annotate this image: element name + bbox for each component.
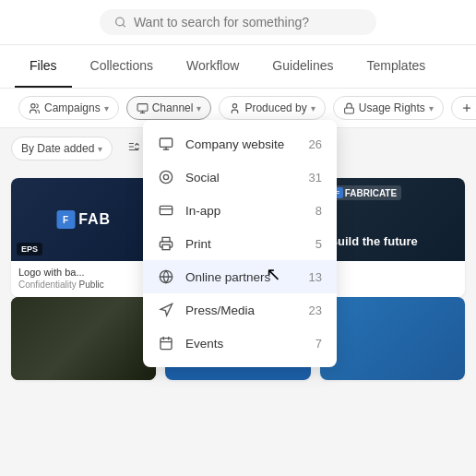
channel-label: Channel xyxy=(152,101,194,114)
svg-rect-23 xyxy=(161,339,172,350)
channel-chevron: ▾ xyxy=(196,103,201,113)
lock-icon xyxy=(343,102,355,114)
produced-by-filter[interactable]: Produced by ▾ xyxy=(219,96,325,120)
in-app-label: In-app xyxy=(185,204,304,218)
press-media-label: Press/Media xyxy=(185,303,298,317)
tab-guidelines[interactable]: Guidelines xyxy=(257,45,348,88)
campaigns-label: Campaigns xyxy=(44,101,101,114)
card-1-badge: EPS xyxy=(17,243,42,256)
tab-workflow[interactable]: Workflow xyxy=(172,45,254,88)
dropdown-item-social[interactable]: Social 31 xyxy=(143,161,337,194)
search-input[interactable] xyxy=(134,15,362,30)
tab-templates[interactable]: Templates xyxy=(352,45,441,88)
nav-tabs: Files Collections Workflow Guidelines Te… xyxy=(0,45,476,89)
social-label: Social xyxy=(185,171,298,184)
events-count: 7 xyxy=(315,337,322,351)
svg-rect-13 xyxy=(160,138,172,147)
tab-collections[interactable]: Collections xyxy=(76,45,168,88)
card-6[interactable] xyxy=(320,297,465,380)
press-media-count: 23 xyxy=(309,303,322,317)
card-1-logo: F FAB xyxy=(56,210,111,229)
company-website-count: 26 xyxy=(309,137,322,151)
social-icon xyxy=(158,169,174,185)
company-website-label: Company website xyxy=(185,137,298,151)
social-count: 31 xyxy=(309,171,322,184)
svg-point-17 xyxy=(163,174,168,179)
card-4[interactable] xyxy=(11,297,156,380)
globe-icon xyxy=(158,268,174,285)
add-filter[interactable]: Ad xyxy=(451,96,476,120)
svg-rect-20 xyxy=(162,244,170,249)
dropdown-item-in-app[interactable]: In-app 8 xyxy=(143,194,337,227)
sort-order-icon xyxy=(127,140,140,153)
svg-rect-18 xyxy=(160,206,172,214)
card-3-fab: F FABRICATE xyxy=(327,185,401,200)
plus-icon xyxy=(461,102,472,113)
print-count: 5 xyxy=(315,237,322,251)
svg-rect-3 xyxy=(137,103,148,111)
card-3[interactable]: F FABRICATE Build the future xyxy=(320,178,465,297)
search-bar xyxy=(0,0,476,45)
dropdown-item-print[interactable]: Print 5 xyxy=(143,227,337,260)
search-icon xyxy=(114,16,126,29)
card-1-thumb: F FAB EPS xyxy=(11,178,156,261)
svg-point-6 xyxy=(233,103,237,107)
monitor-icon xyxy=(137,102,149,114)
online-partners-count: 13 xyxy=(309,270,322,284)
usage-rights-label: Usage Rights xyxy=(359,101,425,114)
svg-point-2 xyxy=(31,103,35,107)
produced-by-label: Produced by xyxy=(244,101,306,114)
dropdown-item-events[interactable]: Events 7 xyxy=(143,327,337,360)
print-icon xyxy=(158,235,174,252)
svg-line-1 xyxy=(123,25,125,27)
calendar-icon xyxy=(158,335,174,351)
events-label: Events xyxy=(185,337,304,351)
in-app-icon xyxy=(158,202,174,219)
svg-rect-7 xyxy=(344,107,353,113)
sort-chevron: ▾ xyxy=(98,144,102,154)
campaigns-filter[interactable]: Campaigns ▾ xyxy=(18,96,119,120)
card-1[interactable]: F FAB EPS Logo with ba... Confidentialit… xyxy=(11,178,156,297)
megaphone-icon xyxy=(158,302,174,318)
dropdown-item-press-media[interactable]: Press/Media 23 xyxy=(143,293,337,327)
card-1-body: Logo with ba... Confidentiality Public xyxy=(11,261,156,297)
people-icon xyxy=(29,102,41,114)
search-container xyxy=(100,9,376,35)
in-app-count: 8 xyxy=(315,204,322,218)
card-3-text: Build the future xyxy=(329,234,418,248)
tab-files[interactable]: Files xyxy=(15,45,72,88)
person-icon xyxy=(229,102,241,114)
monitor-icon xyxy=(158,136,174,152)
produced-chevron: ▾ xyxy=(311,103,315,113)
card-1-title: Logo with ba... xyxy=(18,267,149,278)
usage-chevron: ▾ xyxy=(429,103,434,113)
dropdown-item-online-partners[interactable]: Online partners 13 xyxy=(143,260,337,293)
card-3-thumb: F FABRICATE Build the future xyxy=(320,178,465,261)
print-label: Print xyxy=(185,237,304,251)
card-1-meta: Confidentiality Public xyxy=(18,280,149,290)
channel-dropdown: Company website 26 Social 31 In-app 8 xyxy=(143,120,337,367)
campaigns-chevron: ▾ xyxy=(104,103,109,113)
usage-rights-filter[interactable]: Usage Rights ▾ xyxy=(333,96,444,120)
date-sort[interactable]: By Date added ▾ xyxy=(11,137,113,161)
card-6-thumb xyxy=(320,297,465,380)
card-4-thumb xyxy=(11,297,156,380)
date-sort-label: By Date added xyxy=(21,142,94,155)
online-partners-label: Online partners xyxy=(185,270,298,284)
channel-filter[interactable]: Channel ▾ xyxy=(126,96,212,120)
dropdown-item-company-website[interactable]: Company website 26 xyxy=(143,127,337,161)
